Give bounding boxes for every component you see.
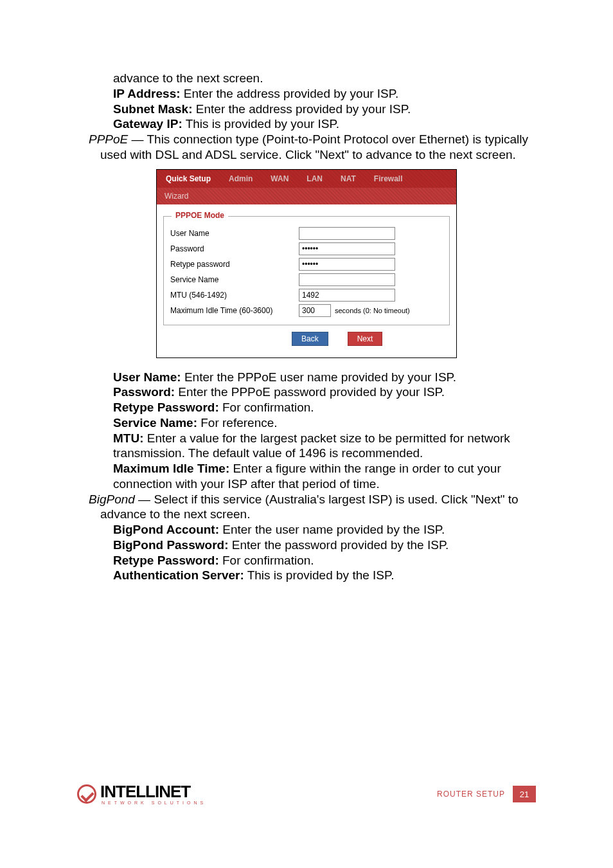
- input-password[interactable]: ••••••: [299, 242, 395, 255]
- para-pppoe: PPPoE — This connection type (Point-to-P…: [89, 132, 536, 163]
- tab-bar: Quick Setup Admin WAN LAN NAT Firewall: [157, 170, 456, 188]
- desc-pppoe: — This connection type (Point-to-Point P…: [100, 132, 528, 161]
- heading-bigpond: BigPond: [89, 493, 135, 506]
- label-mtu: MTU (546-1492): [170, 291, 299, 300]
- label-max-idle: Maximum Idle Time (60-3600): [170, 306, 299, 315]
- label-bp-account: BigPond Account:: [113, 523, 219, 536]
- fieldset-pppoe-mode: PPPOE Mode User Name Password •••••• Ret…: [163, 216, 450, 325]
- desc-retype: For confirmation.: [219, 401, 314, 414]
- text-ip-address: IP Address: Enter the address provided b…: [77, 86, 536, 102]
- label-retype-password: Retype password: [170, 260, 299, 269]
- legend-pppoe-mode: PPPOE Mode: [172, 211, 228, 220]
- desc-username: Enter the PPPoE user name provided by yo…: [181, 370, 456, 384]
- desc-mtu: Enter a value for the largest packet siz…: [113, 431, 510, 460]
- desc-subnet-mask: Enter the address provided by your ISP.: [193, 102, 411, 116]
- page-footer: INTELLINET NETWORK SOLUTIONS ROUTER SETU…: [77, 781, 536, 807]
- tab-admin[interactable]: Admin: [220, 174, 262, 183]
- label-gateway-ip: Gateway IP:: [113, 117, 182, 131]
- back-button[interactable]: Back: [292, 332, 328, 346]
- tab-nat[interactable]: NAT: [332, 174, 365, 183]
- desc-bp-password: Enter the password provided by the ISP.: [228, 538, 449, 552]
- label-username-desc: User Name:: [113, 370, 181, 384]
- tab-quick-setup[interactable]: Quick Setup: [157, 174, 220, 183]
- next-button[interactable]: Next: [348, 332, 383, 346]
- text-advance-line: advance to the next screen.: [77, 71, 536, 86]
- label-password-desc: Password:: [113, 385, 175, 399]
- heading-pppoe: PPPoE: [89, 132, 128, 146]
- page-number: 21: [513, 786, 536, 802]
- label-bp-auth: Authentication Server:: [113, 568, 244, 582]
- input-max-idle[interactable]: 300: [299, 304, 331, 317]
- para-bigpond: BigPond — Select if this service (Austra…: [89, 492, 536, 523]
- footer-section-label: ROUTER SETUP: [437, 790, 505, 799]
- text-gateway-ip: Gateway IP: This is provided by your ISP…: [77, 116, 536, 132]
- desc-ip-address: Enter the address provided by your ISP.: [181, 87, 399, 100]
- label-username: User Name: [170, 229, 299, 238]
- label-service-desc: Service Name:: [113, 416, 197, 429]
- desc-bp-retype: For confirmation.: [219, 554, 314, 567]
- label-idle-suffix: seconds (0: No timeout): [335, 307, 410, 314]
- checkmark-icon: [77, 784, 96, 804]
- input-username[interactable]: [299, 227, 395, 240]
- tab-lan[interactable]: LAN: [298, 174, 332, 183]
- label-bp-retype: Retype Password:: [113, 554, 219, 567]
- desc-service: For reference.: [197, 416, 278, 429]
- input-mtu[interactable]: 1492: [299, 289, 395, 302]
- logo-text-main: INTELLINET: [100, 783, 206, 800]
- text-subnet-mask: Subnet Mask: Enter the address provided …: [77, 102, 536, 117]
- desc-gateway-ip: This is provided by your ISP.: [182, 117, 339, 131]
- label-ip-address: IP Address:: [113, 87, 181, 100]
- label-password: Password: [170, 244, 299, 253]
- brand-logo: INTELLINET NETWORK SOLUTIONS: [77, 781, 206, 807]
- router-screenshot: Quick Setup Admin WAN LAN NAT Firewall W…: [156, 169, 457, 358]
- label-subnet-mask: Subnet Mask:: [113, 102, 193, 116]
- desc-password: Enter the PPPoE password provided by you…: [175, 385, 445, 399]
- label-mtu-desc: MTU:: [113, 431, 143, 445]
- input-retype-password[interactable]: ••••••: [299, 258, 395, 271]
- desc-bp-account: Enter the user name provided by the ISP.: [219, 523, 445, 536]
- logo-text-sub: NETWORK SOLUTIONS: [100, 800, 206, 805]
- label-service-name: Service Name: [170, 275, 299, 284]
- subtab-wizard[interactable]: Wizard: [157, 188, 456, 204]
- label-bp-password: BigPond Password:: [113, 538, 228, 552]
- label-retype-desc: Retype Password:: [113, 401, 219, 414]
- tab-wan[interactable]: WAN: [262, 174, 298, 183]
- desc-bp-auth: This is provided by the ISP.: [244, 568, 395, 582]
- desc-bigpond: — Select if this service (Australia's la…: [100, 493, 519, 521]
- tab-firewall[interactable]: Firewall: [365, 174, 412, 183]
- input-service-name[interactable]: [299, 273, 395, 286]
- label-idle-desc: Maximum Idle Time:: [113, 462, 229, 475]
